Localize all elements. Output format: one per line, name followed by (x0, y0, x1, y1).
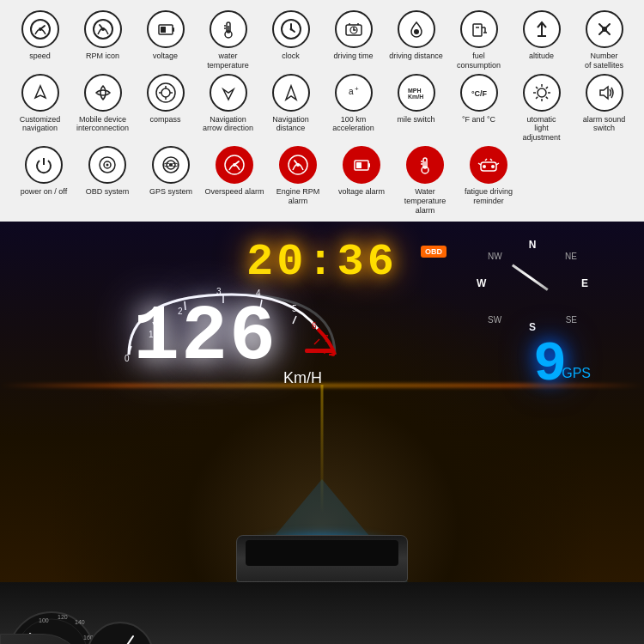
voltage-label: voltage (153, 52, 178, 61)
svg-point-113 (88, 623, 153, 644)
mile-label: mile switch (397, 115, 434, 125)
fatigue-icon (470, 146, 507, 184)
satellites-icon (586, 10, 623, 48)
svg-point-80 (491, 165, 495, 168)
compass-north: N (529, 239, 537, 251)
svg-rect-8 (161, 27, 166, 33)
svg-text:6: 6 (312, 321, 317, 331)
icon-power: power on / off (14, 146, 74, 197)
hud-device-screen (246, 540, 398, 566)
icon-compass: compass (136, 74, 196, 125)
power-label: power on / off (21, 187, 67, 197)
speed-icon (21, 10, 59, 48)
svg-text:°C/F: °C/F (471, 89, 488, 98)
svg-text:Km/H: Km/H (408, 94, 423, 100)
svg-text:7: 7 (324, 334, 329, 343)
driving-distance-icon (398, 10, 435, 48)
svg-rect-7 (173, 27, 174, 32)
hud-device (236, 535, 408, 582)
temp-label: °F and °C (462, 115, 495, 125)
svg-text:+: + (355, 85, 359, 93)
compass-northwest: NW (488, 252, 502, 261)
icon-custom-nav: Customizednavigation (10, 74, 70, 134)
car-dashboard: 60 80 100 120 140 160 180 60 km/h RPM x1… (0, 582, 644, 644)
svg-line-55 (536, 96, 538, 98)
icon-mile: MPH Km/H mile switch (386, 74, 447, 125)
nav-arrow-icon (210, 74, 247, 112)
icon-fatigue: fatigue drivingreminder (459, 146, 519, 206)
icon-water-temp-alarm: Watertemperaturealarm (395, 146, 455, 215)
compass-south: S (529, 321, 536, 333)
icon-nav-dist: Navigationdistance (261, 74, 321, 134)
water-temp-alarm-label: Watertemperaturealarm (404, 187, 447, 215)
icon-alarm-sound: alarm soundswitch (574, 74, 635, 134)
satellites-label: Numberof satellites (585, 52, 623, 70)
fuel-icon (460, 10, 498, 48)
hud-gps-number: 9 (533, 333, 567, 397)
gps-sys-icon (152, 146, 190, 184)
svg-line-86 (293, 316, 296, 324)
nav-dist-label: Navigationdistance (272, 115, 309, 134)
fatigue-label: fatigue drivingreminder (465, 187, 513, 206)
svg-text:a: a (349, 87, 354, 96)
engine-rpm-alarm-label: Engine RPM alarm (268, 187, 328, 206)
svg-rect-72 (356, 162, 361, 168)
icon-speed: speed (10, 10, 70, 61)
mile-icon: MPH Km/H (398, 74, 435, 112)
icon-satellites: Numberof satellites (574, 10, 635, 70)
overspeed-icon (216, 146, 253, 184)
svg-line-54 (545, 87, 547, 88)
svg-marker-33 (35, 86, 46, 98)
light-label: utomaticlightadjustment (522, 115, 560, 143)
svg-rect-71 (368, 163, 370, 167)
svg-point-35 (161, 88, 170, 97)
icon-row-1: speed RPM icon voltage (9, 10, 635, 70)
water-temp-icon (210, 10, 247, 48)
svg-rect-23 (473, 24, 482, 36)
alarm-sound-icon (586, 74, 623, 112)
icon-rpm: RPM icon (73, 10, 133, 61)
icon-obd: OBD system (77, 146, 137, 197)
mobile-label: Mobile deviceinterconnection (76, 115, 129, 134)
svg-point-79 (483, 165, 486, 168)
svg-point-60 (106, 163, 109, 166)
svg-line-52 (536, 87, 538, 88)
compass-southwest: SW (488, 315, 501, 325)
rpm-icon (84, 10, 122, 48)
svg-text:8: 8 (331, 349, 336, 358)
icon-driving-time: driving time (324, 10, 384, 61)
hud-gps-label: GPS (562, 366, 591, 381)
icon-light: utomaticlightadjustment (512, 74, 572, 143)
icon-accel: a + 100 kmacceleration (324, 74, 384, 134)
fuel-label: fuelconsumption (457, 52, 501, 70)
svg-point-17 (289, 28, 292, 31)
compass-label: compass (149, 115, 180, 125)
driving-time-icon (335, 10, 373, 48)
icon-engine-rpm-alarm: Engine RPM alarm (268, 146, 328, 206)
icon-nav-arrow: Navigationarrow direction (198, 74, 258, 134)
custom-nav-icon (21, 74, 59, 112)
icon-water-temp: watertemperature (198, 10, 258, 70)
driving-distance-label: driving distance (389, 52, 443, 61)
clock-icon (272, 10, 310, 48)
speed-label: speed (29, 52, 51, 61)
rpm-label: RPM icon (86, 52, 119, 61)
mobile-icon (84, 74, 122, 112)
compass-west: W (477, 277, 486, 289)
obd-icon (88, 146, 126, 184)
hud-obd-badge: OBD (421, 246, 447, 258)
svg-text:120: 120 (58, 614, 68, 620)
gps-sys-label: GPS system (149, 187, 192, 197)
svg-text:0: 0 (125, 354, 130, 363)
obd-label: OBD system (86, 187, 130, 197)
voltage-alarm-label: voltage alarm (338, 187, 385, 197)
svg-line-53 (545, 96, 547, 98)
engine-rpm-alarm-icon (279, 146, 317, 184)
svg-marker-40 (223, 89, 234, 100)
icon-overspeed: Overspeed alarm (204, 146, 264, 197)
icon-clock: clock (261, 10, 321, 61)
icon-driving-distance: driving distance (386, 10, 447, 61)
svg-point-5 (101, 27, 105, 31)
svg-line-87 (314, 339, 319, 344)
nav-dist-icon (272, 74, 310, 112)
